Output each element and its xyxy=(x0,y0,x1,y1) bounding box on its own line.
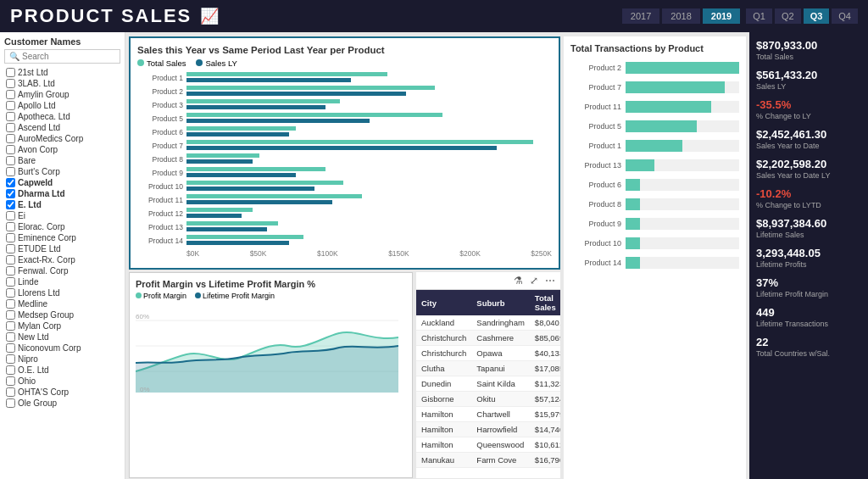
data-table-panel: ⚗ ⤢ ⋯ City Suburb Total Sales Profit Mar… xyxy=(416,272,560,478)
sidebar-item[interactable]: Eminence Corp xyxy=(4,232,120,243)
bar-total-sales xyxy=(186,235,303,239)
sidebar-item[interactable]: New Ltd xyxy=(4,331,120,343)
h-bar-row: Product 77 xyxy=(570,80,739,95)
cell-total_sales: $85,069.90 xyxy=(530,331,560,346)
metric-label: Sales LY xyxy=(756,82,861,91)
bar-container xyxy=(186,112,552,125)
h-bar-row: Product 55 xyxy=(570,119,739,134)
year-2017-tab[interactable]: 2017 xyxy=(622,8,659,24)
sidebar-item-label: Eminence Corp xyxy=(18,233,76,242)
sidebar-item[interactable]: Medline xyxy=(4,298,120,309)
sidebar-item[interactable]: Linde xyxy=(4,276,120,287)
bar-sales-ly xyxy=(186,200,332,204)
bar-sales-ly xyxy=(186,78,351,82)
bottom-charts-row: Profit Margin vs Lifetime Profit Margin … xyxy=(129,272,560,478)
profit-legend-lpm: Lifetime Profit Margin xyxy=(195,292,275,300)
sidebar-item[interactable]: Nipro xyxy=(4,354,120,365)
sidebar-item[interactable]: Dharma Ltd xyxy=(4,188,120,199)
sidebar-item[interactable]: Elorac. Corp xyxy=(4,221,120,232)
profit-legend-pm: Profit Margin xyxy=(136,292,186,300)
sidebar: Customer Names 🔍 21st Ltd3LAB. LtdAmylin… xyxy=(0,32,125,479)
more-icon[interactable]: ⋯ xyxy=(545,275,555,287)
bar-total-sales xyxy=(186,153,259,158)
h-bar-container: 1 xyxy=(626,179,739,191)
sidebar-item[interactable]: Medsep Group xyxy=(4,309,120,320)
metric-value: $561,433.20 xyxy=(756,69,861,81)
bar-container xyxy=(186,207,552,220)
sidebar-item[interactable]: ETUDE Ltd xyxy=(4,243,120,254)
sidebar-item[interactable]: Capweld xyxy=(4,177,120,188)
cell-suburb: Okitu xyxy=(471,392,530,407)
sidebar-item[interactable]: Bare xyxy=(4,155,120,166)
cell-suburb: Queenswood xyxy=(471,437,530,453)
metric-label: Lifetime Transactions xyxy=(756,320,861,328)
quarter-q1-tab[interactable]: Q1 xyxy=(746,8,772,24)
sidebar-item[interactable]: AuroMedics Corp xyxy=(4,133,120,144)
bar-product-label: Product 2 xyxy=(137,87,186,96)
sidebar-item[interactable]: Amylin Group xyxy=(4,89,120,100)
h-bar-row: Product 141 xyxy=(570,255,739,270)
search-input[interactable] xyxy=(22,52,115,61)
metrics-sidebar: $870,933.00Total Sales$561,433.20Sales L… xyxy=(749,32,868,479)
sidebar-item[interactable]: Ei xyxy=(4,210,120,221)
quarter-q4-tab[interactable]: Q4 xyxy=(832,8,858,24)
bar-container xyxy=(186,125,552,138)
cell-city: Hamilton xyxy=(416,437,471,453)
sidebar-item[interactable]: Burt's Corp xyxy=(4,166,120,177)
sidebar-item-label: Llorens Ltd xyxy=(18,288,59,298)
sidebar-item-label: Ei xyxy=(18,211,25,220)
cell-suburb: Opawa xyxy=(471,346,530,361)
metric-label: Lifetime Profit Margin xyxy=(756,290,861,298)
sidebar-search-box[interactable]: 🔍 xyxy=(4,49,120,64)
metric-item: $8,937,384.60Lifetime Sales xyxy=(756,217,861,239)
sidebar-item[interactable]: Ohio xyxy=(4,376,120,387)
sidebar-item[interactable]: Apotheca. Ltd xyxy=(4,111,120,122)
table-scroll[interactable]: City Suburb Total Sales Profit Margin La… xyxy=(416,290,560,478)
year-2019-tab[interactable]: 2019 xyxy=(703,8,740,24)
bar-product-label: Product 12 xyxy=(137,209,186,218)
h-bar-container: 1 xyxy=(626,237,739,249)
profit-margin-chart: Profit Margin vs Lifetime Profit Margin … xyxy=(129,272,413,478)
sidebar-item[interactable]: Avon Corp xyxy=(4,144,120,155)
sidebar-item[interactable]: E. Ltd xyxy=(4,199,120,210)
sidebar-item[interactable]: Ole Group xyxy=(4,398,120,409)
sidebar-title: Customer Names xyxy=(4,36,120,47)
sidebar-item[interactable]: O.E. Ltd xyxy=(4,365,120,376)
expand-icon[interactable]: ⤢ xyxy=(530,275,538,287)
year-2018-tab[interactable]: 2018 xyxy=(662,8,699,24)
sidebar-item-label: New Ltd xyxy=(18,332,49,342)
quarter-q2-tab[interactable]: Q2 xyxy=(775,8,801,24)
bar-total-sales xyxy=(186,113,442,117)
sidebar-item-label: Exact-Rx. Corp xyxy=(18,255,75,265)
sidebar-item[interactable]: Llorens Ltd xyxy=(4,287,120,298)
table-row: AucklandSandringham$8,040.0046%15/09/201… xyxy=(416,315,560,331)
sidebar-item[interactable]: Apollo Ltd xyxy=(4,100,120,111)
sidebar-item-label: Burt's Corp xyxy=(18,167,60,176)
sidebar-item-label: Niconovum Corp xyxy=(18,343,81,353)
sidebar-item[interactable]: 21st Ltd xyxy=(4,67,120,78)
sidebar-item[interactable]: Niconovum Corp xyxy=(4,343,120,354)
bar-container xyxy=(186,180,552,192)
filter-icon[interactable]: ⚗ xyxy=(514,275,523,287)
metric-value: $870,933.00 xyxy=(756,39,861,52)
sidebar-item[interactable]: Fenwal. Corp xyxy=(4,265,120,276)
sidebar-item[interactable]: 3LAB. Ltd xyxy=(4,78,120,89)
quarter-q3-tab[interactable]: Q3 xyxy=(804,8,830,24)
bar-total-sales xyxy=(186,181,343,185)
bar-row: Product 7 xyxy=(137,139,552,152)
h-bar-label: Product 6 xyxy=(570,181,626,189)
metric-label: Total Sales xyxy=(756,53,861,61)
sidebar-item[interactable]: OHTA'S Corp xyxy=(4,387,120,398)
sidebar-item-label: Ohio xyxy=(18,376,36,386)
table-row: CluthaTapanui$17,085.0019%27/07/2019 xyxy=(416,361,560,376)
sidebar-item-label: Ascend Ltd xyxy=(18,123,60,132)
bar-sales-ly xyxy=(186,241,289,245)
bar-container xyxy=(186,166,552,179)
sidebar-item[interactable]: Ascend Ltd xyxy=(4,122,120,133)
svg-text:0%: 0% xyxy=(140,386,150,393)
main-content: Customer Names 🔍 21st Ltd3LAB. LtdAmylin… xyxy=(0,32,868,479)
profit-chart-title: Profit Margin vs Lifetime Profit Margin … xyxy=(136,279,406,289)
sidebar-item[interactable]: Exact-Rx. Corp xyxy=(4,254,120,265)
sidebar-item[interactable]: Mylan Corp xyxy=(4,320,120,331)
table-header-row: City Suburb Total Sales Profit Margin La… xyxy=(416,290,560,315)
